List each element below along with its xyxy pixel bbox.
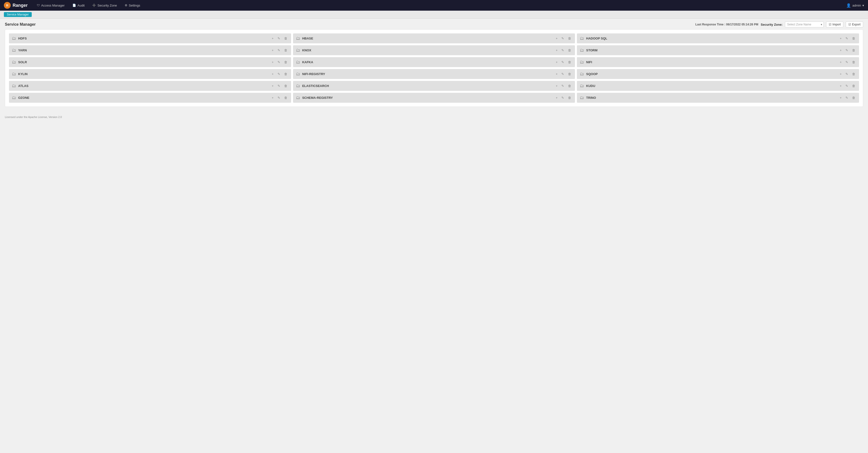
add-button-solr[interactable]: + <box>271 60 275 64</box>
add-button-trino[interactable]: + <box>839 95 843 100</box>
edit-button-hadoop-sql[interactable]: ✎ <box>844 36 849 41</box>
user-menu[interactable]: 👤 admin ▾ <box>846 3 864 8</box>
add-button-yarn[interactable]: + <box>271 48 275 53</box>
service-item-kudu[interactable]: 🗂 KUDU + ✎ 🗑 <box>577 81 859 91</box>
edit-button-kylin[interactable]: ✎ <box>277 72 281 76</box>
service-item-elasticsearch[interactable]: 🗂 ELASTICSEARCH + ✎ 🗑 <box>293 81 575 91</box>
footer: Licensed under the Apache License, Versi… <box>0 112 868 122</box>
folder-icon-solr: 🗂 <box>12 60 16 65</box>
delete-button-nifi[interactable]: 🗑 <box>851 60 856 64</box>
nav-item-access-manager[interactable]: 🛡 Access Manager <box>33 2 68 9</box>
edit-button-hbase[interactable]: ✎ <box>560 36 565 41</box>
add-button-kudu[interactable]: + <box>839 84 843 88</box>
add-button-hbase[interactable]: + <box>555 36 559 41</box>
delete-button-atlas[interactable]: 🗑 <box>283 84 288 88</box>
service-item-kafka[interactable]: 🗂 KAFKA + ✎ 🗑 <box>293 57 575 67</box>
edit-button-yarn[interactable]: ✎ <box>277 48 281 53</box>
services-grid: 🗂 HDFS + ✎ 🗑 🗂 HBASE + ✎ 🗑 🗂 HADOOP SQL <box>9 33 859 103</box>
audit-icon: 📄 <box>72 4 76 7</box>
delete-button-hdfs[interactable]: 🗑 <box>283 36 288 41</box>
edit-button-kafka[interactable]: ✎ <box>560 60 565 64</box>
service-item-hdfs[interactable]: 🗂 HDFS + ✎ 🗑 <box>9 33 291 43</box>
delete-button-ozone[interactable]: 🗑 <box>283 95 288 100</box>
brand-logo[interactable]: R Ranger <box>4 2 28 9</box>
edit-button-kudu[interactable]: ✎ <box>844 84 849 88</box>
add-button-nifi[interactable]: + <box>839 60 843 64</box>
service-name-hdfs: HDFS <box>18 37 27 40</box>
service-item-knox[interactable]: 🗂 KNOX + ✎ 🗑 <box>293 45 575 55</box>
folder-icon-nifi: 🗂 <box>580 60 584 65</box>
edit-button-schema-registry[interactable]: ✎ <box>560 95 565 100</box>
edit-button-elasticsearch[interactable]: ✎ <box>560 84 565 88</box>
edit-button-storm[interactable]: ✎ <box>844 48 849 53</box>
service-actions-nifi-registry: + ✎ 🗑 <box>555 72 572 76</box>
edit-button-nifi-registry[interactable]: ✎ <box>560 72 565 76</box>
nav-item-settings[interactable]: ⚙ Settings <box>121 2 144 9</box>
service-item-storm[interactable]: 🗂 STORM + ✎ 🗑 <box>577 45 859 55</box>
nav-label-settings: Settings <box>129 4 140 7</box>
edit-button-atlas[interactable]: ✎ <box>277 84 281 88</box>
add-button-kylin[interactable]: + <box>271 72 275 76</box>
service-item-trino[interactable]: 🗂 TRINO + ✎ 🗑 <box>577 93 859 103</box>
delete-button-schema-registry[interactable]: 🗑 <box>567 95 572 100</box>
add-button-nifi-registry[interactable]: + <box>555 72 559 76</box>
service-item-solr[interactable]: 🗂 SOLR + ✎ 🗑 <box>9 57 291 67</box>
header-controls: Last Response Time : 06/17/2022 05:14:26… <box>695 22 863 27</box>
delete-button-trino[interactable]: 🗑 <box>851 95 856 100</box>
delete-button-kafka[interactable]: 🗑 <box>567 60 572 64</box>
import-button[interactable]: ☑ Import <box>826 22 843 27</box>
service-item-atlas[interactable]: 🗂 ATLAS + ✎ 🗑 <box>9 81 291 91</box>
breadcrumb-tag[interactable]: Service Manager <box>4 12 32 17</box>
service-left-kudu: 🗂 KUDU <box>580 83 595 88</box>
add-button-hadoop-sql[interactable]: + <box>839 36 843 41</box>
edit-button-ozone[interactable]: ✎ <box>277 95 281 100</box>
delete-button-sqoop[interactable]: 🗑 <box>851 72 856 76</box>
folder-icon-storm: 🗂 <box>580 48 584 53</box>
service-item-hbase[interactable]: 🗂 HBASE + ✎ 🗑 <box>293 33 575 43</box>
nav-item-audit[interactable]: 📄 Audit <box>69 2 88 9</box>
edit-button-knox[interactable]: ✎ <box>560 48 565 53</box>
delete-button-nifi-registry[interactable]: 🗑 <box>567 72 572 76</box>
edit-button-sqoop[interactable]: ✎ <box>844 72 849 76</box>
service-left-hadoop-sql: 🗂 HADOOP SQL <box>580 36 607 41</box>
delete-button-solr[interactable]: 🗑 <box>283 60 288 64</box>
add-button-atlas[interactable]: + <box>271 84 275 88</box>
edit-button-trino[interactable]: ✎ <box>844 95 849 100</box>
folder-icon-trino: 🗂 <box>580 95 584 100</box>
delete-button-elasticsearch[interactable]: 🗑 <box>567 84 572 88</box>
delete-button-kudu[interactable]: 🗑 <box>851 84 856 88</box>
service-name-yarn: YARN <box>18 49 27 52</box>
delete-button-hadoop-sql[interactable]: 🗑 <box>851 36 856 41</box>
service-item-yarn[interactable]: 🗂 YARN + ✎ 🗑 <box>9 45 291 55</box>
service-item-sqoop[interactable]: 🗂 SQOOP + ✎ 🗑 <box>577 69 859 79</box>
export-button[interactable]: ☑ Export <box>846 22 863 27</box>
zone-select[interactable]: Select Zone Name <box>785 22 824 27</box>
last-response-label: Last Response Time : <box>695 23 725 26</box>
delete-button-storm[interactable]: 🗑 <box>851 48 856 53</box>
edit-button-hdfs[interactable]: ✎ <box>277 36 281 41</box>
service-item-kylin[interactable]: 🗂 KYLIN + ✎ 🗑 <box>9 69 291 79</box>
service-left-knox: 🗂 KNOX <box>296 48 311 53</box>
delete-button-hbase[interactable]: 🗑 <box>567 36 572 41</box>
edit-button-nifi[interactable]: ✎ <box>844 60 849 64</box>
service-item-nifi[interactable]: 🗂 NIFI + ✎ 🗑 <box>577 57 859 67</box>
delete-button-yarn[interactable]: 🗑 <box>283 48 288 53</box>
add-button-hdfs[interactable]: + <box>271 36 275 41</box>
add-button-kafka[interactable]: + <box>555 60 559 64</box>
edit-button-solr[interactable]: ✎ <box>277 60 281 64</box>
delete-button-knox[interactable]: 🗑 <box>567 48 572 53</box>
export-label: Export <box>852 23 861 26</box>
add-button-knox[interactable]: + <box>555 48 559 53</box>
add-button-elasticsearch[interactable]: + <box>555 84 559 88</box>
delete-button-kylin[interactable]: 🗑 <box>283 72 288 76</box>
service-item-schema-registry[interactable]: 🗂 SCHEMA-REGISTRY + ✎ 🗑 <box>293 93 575 103</box>
service-item-hadoop-sql[interactable]: 🗂 HADOOP SQL + ✎ 🗑 <box>577 33 859 43</box>
add-button-ozone[interactable]: + <box>271 95 275 100</box>
add-button-schema-registry[interactable]: + <box>555 95 559 100</box>
service-item-nifi-registry[interactable]: 🗂 NIFI-REGISTRY + ✎ 🗑 <box>293 69 575 79</box>
add-button-sqoop[interactable]: + <box>839 72 843 76</box>
nav-item-security-zone[interactable]: ➕ Security Zone <box>89 2 120 9</box>
service-left-kafka: 🗂 KAFKA <box>296 60 313 65</box>
service-item-ozone[interactable]: 🗂 OZONE + ✎ 🗑 <box>9 93 291 103</box>
add-button-storm[interactable]: + <box>839 48 843 53</box>
